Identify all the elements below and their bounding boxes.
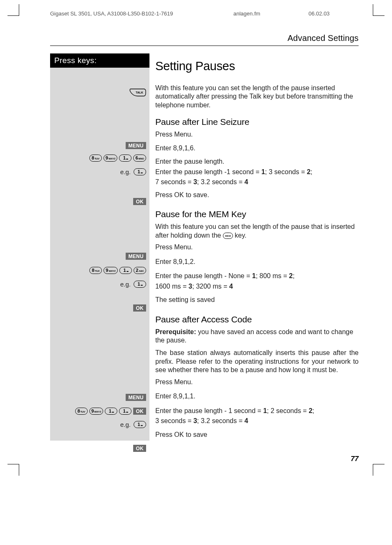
instruction-text: 7 seconds = 3; 3.2 seconds = 4	[155, 178, 359, 186]
key-1-icon: 1ₒₒ	[105, 408, 117, 415]
instruction-text: 1600 ms = 3; 3200 ms = 4	[155, 282, 359, 291]
key-8-icon: 8TUV	[89, 267, 102, 274]
ok-softkey: OK	[133, 198, 146, 205]
key-1-icon: 1ₒₒ	[134, 168, 146, 175]
key-1-icon: 1ₒₒ	[134, 281, 146, 288]
key-8-icon: 8TUV	[89, 155, 102, 162]
key-6-icon: 6MNO	[133, 155, 146, 162]
left-column: Press keys: TALK MENU 8TUV 9WXYZ 1ₒₒ 6MN…	[50, 53, 149, 441]
page-number: 77	[50, 455, 359, 463]
subheading: Pause after Line Seizure	[155, 117, 359, 127]
press-keys-header: Press keys:	[50, 53, 149, 68]
key-1-icon: 1ₒₒ	[119, 408, 132, 415]
menu-softkey: MENU	[126, 253, 146, 260]
mem-key-icon: MEM	[223, 233, 233, 239]
key-1-icon: 1ₒₒ	[119, 155, 132, 162]
instruction-text: The setting is saved	[155, 296, 359, 304]
crop-mark	[8, 4, 19, 16]
instruction-text: Prerequisite: you have saved an access c…	[155, 328, 359, 345]
instruction-text: 3 seconds = 3; 3.2 seconds = 4	[155, 417, 359, 425]
crop-mark	[8, 464, 19, 476]
eg-label: e.g.	[120, 421, 131, 428]
eg-label: e.g.	[120, 281, 131, 288]
running-header: Gigaset SL 3501, USA, A31008-L350-B102-1…	[50, 10, 359, 17]
instruction-text: Enter 8,9,1,2.	[155, 258, 359, 266]
page: Gigaset SL 3501, USA, A31008-L350-B102-1…	[0, 0, 392, 480]
key-8-icon: 8TUV	[75, 408, 88, 415]
eg-label: e.g.	[120, 168, 131, 175]
instruction-text: With this feature you can set the length…	[155, 223, 359, 240]
instruction-text: Enter the pause length - 1 second = 1; 2…	[155, 407, 359, 415]
key-9-icon: 9WXYZ	[104, 267, 118, 274]
svg-text:TALK: TALK	[136, 91, 143, 94]
instruction-text: Press OK to save.	[155, 191, 359, 199]
key-9-icon: 9WXYZ	[104, 155, 118, 162]
header-mid: anlagen.fm	[233, 10, 309, 17]
key-1-icon: 1ₒₒ	[119, 267, 132, 274]
instruction-text: Enter the pause length - None = 1; 800 m…	[155, 272, 359, 280]
key-1-icon: 1ₒₒ	[134, 421, 146, 428]
instruction-text: Enter the pause length -1 second = 1; 3 …	[155, 168, 359, 176]
ok-softkey: OK	[133, 445, 146, 452]
instruction-text: Enter the pause length.	[155, 157, 359, 166]
instruction-text: Press OK to save	[155, 431, 359, 439]
ok-softkey: OK	[133, 304, 146, 312]
crop-mark	[373, 4, 384, 16]
subheading: Pause for the MEM Key	[155, 209, 359, 219]
instruction-text: Press Menu.	[155, 378, 359, 386]
section-title: Advanced Settings	[50, 33, 359, 46]
intro-paragraph: With this feature you can set the length…	[155, 84, 359, 109]
subheading: Pause after Access Code	[155, 314, 359, 324]
instruction-text: Press Menu.	[155, 130, 359, 139]
right-column: Setting Pauses With this feature you can…	[149, 53, 359, 441]
instruction-text: Press Menu.	[155, 243, 359, 251]
menu-softkey: MENU	[126, 394, 146, 401]
crop-mark	[373, 464, 384, 476]
menu-softkey: MENU	[126, 142, 146, 149]
key-2-icon: 2ABC	[134, 267, 146, 274]
ok-softkey: OK	[133, 408, 146, 415]
header-left: Gigaset SL 3501, USA, A31008-L350-B102-1…	[50, 10, 233, 17]
instruction-text: The base station always automatically in…	[155, 349, 359, 374]
instruction-text: Enter 8,9,1,1.	[155, 392, 359, 401]
main-title: Setting Pauses	[155, 59, 359, 73]
key-9-icon: 9WXYZ	[89, 408, 104, 415]
header-right: 06.02.03	[309, 10, 359, 17]
talk-key-icon: TALK	[129, 91, 146, 98]
instruction-text: Enter 8,9,1,6.	[155, 144, 359, 152]
